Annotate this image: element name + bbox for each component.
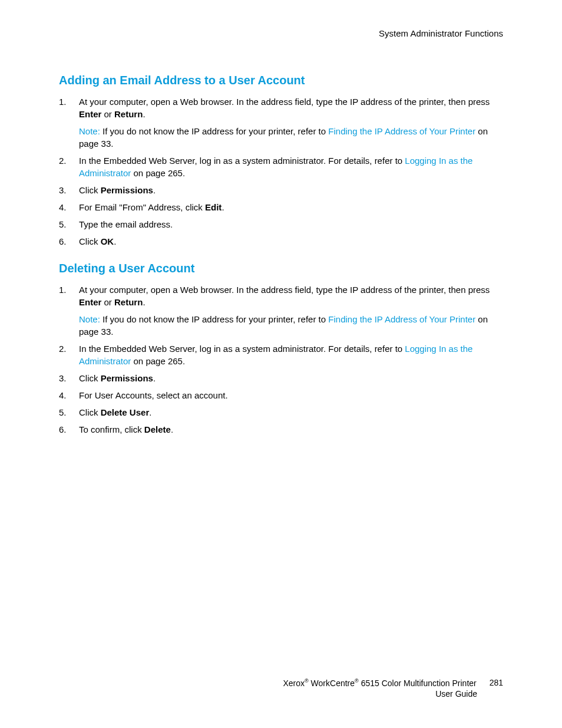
steps-list-add-email: At your computer, open a Web browser. In… [59,95,503,248]
step-text: . [143,297,145,307]
footer-subtitle: User Guide [283,689,503,700]
bold-text: Return [114,109,143,119]
steps-list-delete-user: At your computer, open a Web browser. In… [59,284,503,436]
step-text: In the Embedded Web Server, log in as a … [79,344,405,354]
step-text: . [143,109,145,119]
step-text: Click [79,236,101,246]
step-text: . [222,202,224,212]
page-number: 281 [490,677,503,689]
footer-product-line: Xerox® WorkCentre® 6515 Color Multifunct… [283,677,476,689]
footer-text: WorkCentre [309,678,355,687]
step-text: For Email "From" Address, click [79,202,205,212]
step-text: . [153,373,156,383]
bold-text: Edit [205,202,222,212]
step-text: At your computer, open a Web browser. In… [79,285,490,295]
list-item: At your computer, open a Web browser. In… [59,284,503,338]
note-text: If you do not know the IP address for yo… [100,314,328,324]
step-text: . [149,407,151,417]
note-block: Note: If you do not know the IP address … [79,125,503,150]
registered-icon: ® [305,678,309,684]
list-item: To confirm, click Delete. [59,423,503,436]
step-text: . [171,424,173,434]
note-label: Note: [79,314,100,324]
list-item: Type the email address. [59,218,503,230]
step-text: Click [79,407,101,417]
step-text: on page 265. [131,356,185,366]
link-finding-ip[interactable]: Finding the IP Address of Your Printer [328,314,475,324]
bold-text: Delete User [101,407,150,417]
section-heading-add-email: Adding an Email Address to a User Accoun… [59,74,503,87]
footer-text: Xerox [283,678,305,687]
step-text: Click [79,185,101,195]
note-block: Note: If you do not know the IP address … [79,313,503,338]
link-finding-ip[interactable]: Finding the IP Address of Your Printer [328,126,475,136]
step-text: or [101,297,114,307]
step-text: At your computer, open a Web browser. In… [79,97,490,107]
step-text: . [114,236,116,246]
chapter-header: System Administrator Functions [59,28,503,38]
list-item: Click Permissions. [59,372,503,384]
registered-icon: ® [355,678,359,684]
step-text: . [153,185,156,195]
bold-text: Permissions [101,185,153,195]
bold-text: Enter [79,297,101,307]
list-item: For Email "From" Address, click Edit. [59,201,503,213]
step-text: Click [79,373,101,383]
page-footer: Xerox® WorkCentre® 6515 Color Multifunct… [283,677,503,700]
bold-text: Enter [79,109,101,119]
list-item: Click Permissions. [59,184,503,196]
bold-text: Permissions [101,373,153,383]
step-text: or [101,109,114,119]
list-item: Click OK. [59,235,503,248]
note-label: Note: [79,126,100,136]
footer-text: 6515 Color Multifunction Printer [359,678,477,687]
bold-text: OK [101,236,114,246]
step-text: In the Embedded Web Server, log in as a … [79,156,405,166]
step-text: For User Accounts, select an account. [79,390,228,400]
list-item: Click Delete User. [59,406,503,419]
bold-text: Delete [144,424,171,434]
note-text: If you do not know the IP address for yo… [100,126,328,136]
step-text: on page 265. [131,168,185,178]
list-item: For User Accounts, select an account. [59,389,503,401]
list-item: In the Embedded Web Server, log in as a … [59,342,503,367]
section-heading-delete-user: Deleting a User Account [59,262,503,275]
step-text: Type the email address. [79,219,173,229]
bold-text: Return [114,297,143,307]
list-item: At your computer, open a Web browser. In… [59,95,503,150]
step-text: To confirm, click [79,424,144,434]
list-item: In the Embedded Web Server, log in as a … [59,154,503,179]
